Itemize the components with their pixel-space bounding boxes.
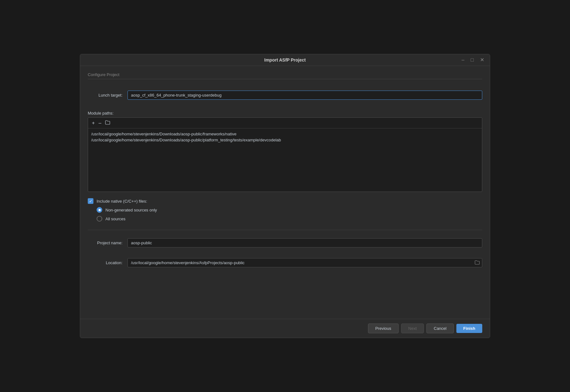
finish-button[interactable]: Finish: [456, 324, 482, 333]
add-module-path-button[interactable]: +: [91, 120, 96, 126]
folder-icon: [105, 121, 110, 126]
project-name-row: Project name:: [88, 238, 482, 247]
checkmark-icon: ✓: [89, 199, 92, 203]
dialog-title: Import ASfP Project: [264, 57, 306, 62]
module-paths-container: + – /usr/local/google/home/stevenjenkins…: [88, 117, 482, 192]
dialog-content: Configure Project Lunch target: Module p…: [80, 66, 490, 319]
location-label: Location:: [88, 260, 122, 265]
browse-module-path-button[interactable]: [104, 120, 111, 126]
maximize-button[interactable]: □: [469, 57, 476, 63]
folder-browse-icon: [475, 260, 480, 264]
native-sources-radio-group: Non-generated sources only All sources: [97, 207, 482, 222]
list-item: /usr/local/google/home/stevenjenkins/Dow…: [91, 137, 479, 143]
lunch-target-input[interactable]: [128, 91, 482, 100]
module-paths-toolbar: + –: [88, 118, 482, 128]
all-sources-radio-label: All sources: [105, 217, 126, 221]
project-name-input[interactable]: [128, 238, 482, 247]
remove-module-path-button[interactable]: –: [97, 120, 103, 126]
include-native-row: ✓ Include native (C/C++) files:: [88, 198, 482, 204]
include-native-checkbox[interactable]: ✓: [88, 198, 93, 204]
cancel-button[interactable]: Cancel: [426, 324, 454, 333]
title-bar: Import ASfP Project – □ ✕: [80, 54, 490, 66]
non-generated-radio[interactable]: [97, 207, 102, 213]
include-native-label: Include native (C/C++) files:: [97, 199, 147, 204]
import-asfp-dialog: Import ASfP Project – □ ✕ Configure Proj…: [80, 54, 490, 338]
previous-button[interactable]: Previous: [368, 324, 399, 333]
location-input-wrapper: [128, 258, 482, 267]
next-button: Next: [401, 324, 424, 333]
all-sources-radio[interactable]: [97, 216, 102, 222]
location-row: Location:: [88, 258, 482, 267]
section-configure-project: Configure Project: [88, 72, 482, 79]
title-controls: – □ ✕: [460, 57, 486, 63]
separator: [88, 230, 482, 230]
non-generated-radio-row: Non-generated sources only: [97, 207, 482, 213]
location-browse-button[interactable]: [474, 259, 480, 266]
dialog-footer: Previous Next Cancel Finish: [80, 319, 490, 338]
module-paths-section: Module paths: + – /: [88, 110, 482, 192]
all-sources-radio-row: All sources: [97, 216, 482, 222]
non-generated-radio-label: Non-generated sources only: [105, 208, 157, 212]
project-name-label: Project name:: [88, 241, 122, 245]
lunch-target-label: Lunch target:: [88, 93, 122, 98]
include-native-section: ✓ Include native (C/C++) files: Non-gene…: [88, 198, 482, 222]
module-paths-label: Module paths:: [88, 111, 114, 116]
location-input[interactable]: [128, 258, 482, 267]
lunch-target-row: Lunch target:: [88, 91, 482, 100]
list-item: /usr/local/google/home/stevenjenkins/Dow…: [91, 131, 479, 137]
close-button[interactable]: ✕: [478, 57, 486, 63]
module-paths-list: /usr/local/google/home/stevenjenkins/Dow…: [88, 128, 482, 192]
minimize-button[interactable]: –: [460, 57, 466, 63]
